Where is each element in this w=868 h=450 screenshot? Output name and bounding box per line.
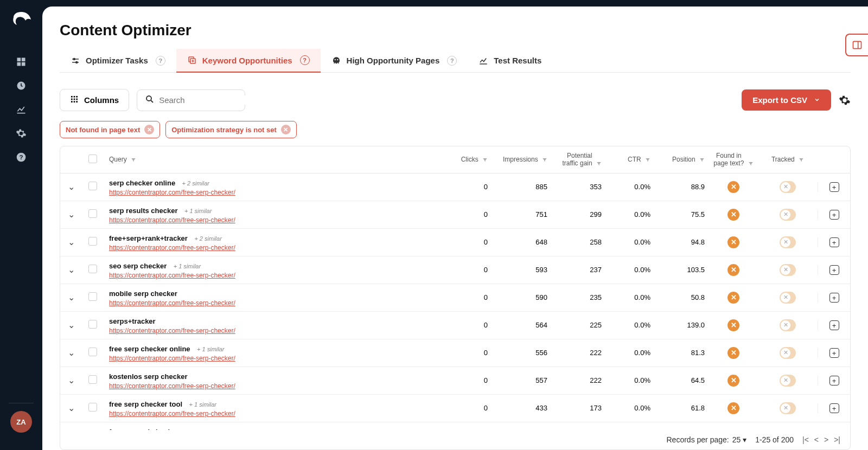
tracked-toggle[interactable]: ✕: [780, 209, 796, 221]
add-button[interactable]: +: [829, 376, 839, 385]
page-url-link[interactable]: https://contentraptor.com/free-serp-chec…: [109, 272, 444, 279]
page-url-link[interactable]: https://contentraptor.com/free-serp-chec…: [109, 189, 444, 196]
search-field[interactable]: [137, 89, 245, 111]
nav-clock[interactable]: [10, 75, 32, 97]
tracked-toggle[interactable]: ✕: [780, 236, 796, 248]
row-checkbox[interactable]: [88, 375, 97, 384]
col-impressions[interactable]: Impressions: [503, 156, 538, 163]
search-input[interactable]: [159, 95, 262, 105]
settings-gear[interactable]: [839, 94, 851, 106]
page-size-select[interactable]: 25 ▾: [732, 435, 746, 444]
chip-label: Optimization strategy is not set: [171, 126, 277, 134]
row-checkbox[interactable]: [88, 348, 97, 356]
filter-icon[interactable]: [645, 157, 650, 163]
nav-settings[interactable]: [10, 123, 32, 144]
row-checkbox[interactable]: [88, 182, 97, 190]
row-checkbox[interactable]: [88, 209, 97, 218]
page-next[interactable]: >: [824, 435, 828, 444]
add-button[interactable]: +: [829, 320, 839, 330]
filter-icon[interactable]: [482, 157, 488, 163]
page-prev[interactable]: <: [814, 435, 819, 444]
filter-chip[interactable]: Not found in page text ✕: [60, 121, 160, 138]
col-ctr[interactable]: CTR: [628, 156, 641, 163]
row-checkbox[interactable]: [88, 265, 97, 273]
page-url-link[interactable]: https://contentraptor.com/free-serp-chec…: [109, 355, 444, 362]
filter-icon[interactable]: [799, 157, 804, 163]
page-title: Content Optimizer: [60, 22, 192, 39]
tracked-toggle[interactable]: ✕: [780, 375, 796, 387]
table-row: ⌄ kostenlos serp checker https://content…: [60, 367, 850, 395]
nav-dashboard[interactable]: [10, 51, 32, 73]
filter-icon[interactable]: [542, 157, 547, 163]
page-first[interactable]: |<: [802, 435, 809, 444]
tracked-toggle[interactable]: ✕: [780, 181, 796, 193]
search-icon: [145, 94, 155, 106]
cell-impressions: 564: [492, 321, 552, 329]
tab-keyword-opportunities[interactable]: Keyword Opportunities ?: [176, 49, 321, 73]
add-button[interactable]: +: [829, 293, 839, 303]
col-clicks[interactable]: Clicks: [461, 156, 478, 163]
expand-row[interactable]: ⌄: [68, 237, 75, 247]
page-url-link[interactable]: https://contentraptor.com/free-serp-chec…: [109, 216, 444, 224]
page-url-link[interactable]: https://contentraptor.com/free-serp-chec…: [109, 327, 444, 335]
nav-chart[interactable]: [10, 99, 32, 120]
columns-button[interactable]: Columns: [60, 89, 129, 111]
export-csv-button[interactable]: Export to CSV: [742, 89, 831, 111]
tracked-toggle[interactable]: ✕: [780, 402, 796, 414]
filter-icon[interactable]: [596, 161, 602, 166]
tab-test-results[interactable]: Test Results: [468, 49, 552, 72]
add-button[interactable]: +: [829, 237, 839, 247]
expand-row[interactable]: ⌄: [68, 182, 75, 191]
expand-row[interactable]: ⌄: [68, 210, 75, 219]
col-tracked[interactable]: Tracked: [771, 156, 795, 163]
row-checkbox[interactable]: [88, 237, 97, 246]
chip-remove[interactable]: ✕: [281, 125, 291, 134]
select-all-checkbox[interactable]: [88, 155, 97, 163]
page-url-link[interactable]: https://contentraptor.com/free-serp-chec…: [109, 410, 444, 417]
svg-rect-18: [74, 96, 75, 98]
filter-icon[interactable]: [748, 161, 754, 166]
expand-row[interactable]: ⌄: [68, 265, 75, 274]
page-url-link[interactable]: https://contentraptor.com/free-serp-chec…: [109, 382, 444, 390]
col-found[interactable]: Found inpage text?: [713, 152, 744, 168]
row-checkbox[interactable]: [88, 320, 97, 329]
expand-row[interactable]: ⌄: [68, 293, 75, 302]
tracked-toggle[interactable]: ✕: [780, 319, 796, 331]
col-position[interactable]: Position: [672, 156, 695, 163]
add-button[interactable]: +: [829, 210, 839, 220]
add-button[interactable]: +: [829, 182, 839, 192]
cell-potential: 235: [552, 293, 606, 301]
add-button[interactable]: +: [829, 348, 839, 358]
expand-row[interactable]: ⌄: [68, 348, 75, 357]
add-button[interactable]: +: [829, 265, 839, 275]
query-text: mobile serp checker: [109, 290, 177, 298]
tab-high-opportunity-pages[interactable]: High Opportunity Pages ?: [321, 49, 468, 72]
add-button[interactable]: +: [829, 403, 839, 413]
help-icon[interactable]: ?: [300, 55, 310, 65]
help-icon[interactable]: ?: [156, 56, 165, 66]
right-panel-toggle[interactable]: [845, 34, 868, 56]
nav-help[interactable]: ?: [10, 146, 32, 168]
table-row: ⌄ mobile serp checker https://contentrap…: [60, 284, 850, 312]
expand-row[interactable]: ⌄: [68, 376, 75, 385]
tab-optimizer-tasks[interactable]: Optimizer Tasks ?: [60, 49, 176, 72]
row-checkbox[interactable]: [88, 292, 97, 301]
expand-row[interactable]: ⌄: [68, 403, 75, 413]
filter-chip[interactable]: Optimization strategy is not set ✕: [165, 121, 297, 138]
chip-remove[interactable]: ✕: [144, 125, 154, 134]
tracked-toggle[interactable]: ✕: [780, 264, 796, 276]
user-avatar[interactable]: ZA: [10, 411, 32, 433]
page-url-link[interactable]: https://contentraptor.com/free-serp-chec…: [109, 244, 444, 252]
help-icon[interactable]: ?: [447, 56, 457, 66]
row-checkbox[interactable]: [88, 403, 97, 412]
tracked-toggle[interactable]: ✕: [780, 347, 796, 359]
page-last[interactable]: >|: [834, 435, 840, 444]
expand-row[interactable]: ⌄: [68, 320, 75, 330]
col-query[interactable]: Query: [109, 156, 127, 163]
page-url-link[interactable]: https://contentraptor.com/free-serp-chec…: [109, 299, 444, 307]
col-potential[interactable]: Potentialtraffic gain: [563, 152, 592, 168]
grid-icon: [70, 95, 79, 105]
tracked-toggle[interactable]: ✕: [780, 292, 796, 304]
filter-icon[interactable]: [131, 157, 136, 163]
filter-icon[interactable]: [699, 157, 705, 163]
